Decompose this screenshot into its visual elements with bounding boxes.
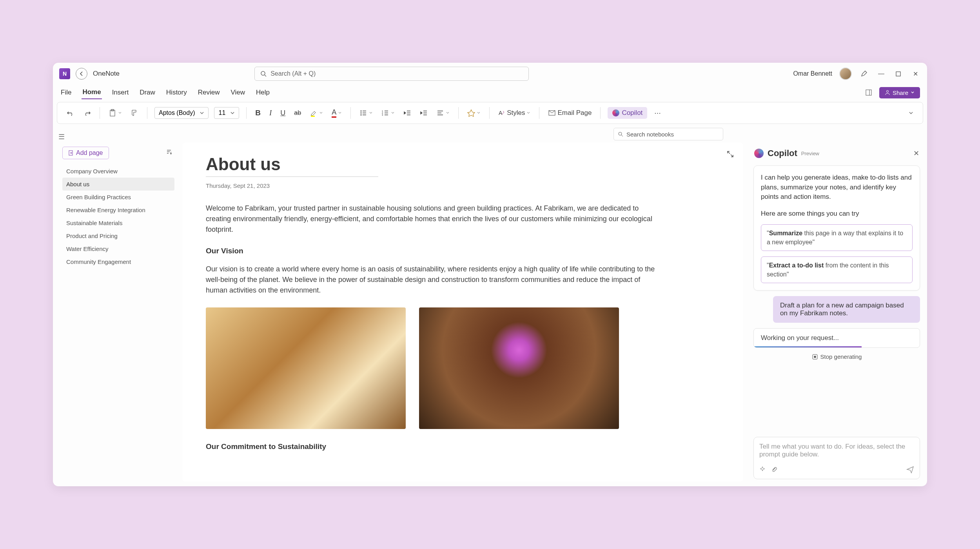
page-item[interactable]: Renewable Energy Integration: [62, 204, 174, 216]
copilot-logo-icon: [612, 109, 619, 116]
chevron-down-icon: [526, 111, 530, 115]
ribbon: Aptos (Body) 11 B I U ab A 123 A Styles: [57, 102, 923, 124]
strikethrough-button[interactable]: ab: [292, 108, 303, 118]
page-item[interactable]: Company Overview: [62, 165, 174, 178]
close-button[interactable]: ✕: [911, 69, 921, 79]
chevron-down-icon: [230, 111, 235, 115]
content-image[interactable]: [419, 307, 619, 429]
font-family-select[interactable]: Aptos (Body): [154, 107, 209, 119]
copilot-suggestion[interactable]: "Summarize this page in a way that expla…: [761, 224, 913, 251]
close-copilot-button[interactable]: ✕: [913, 149, 919, 158]
menu-view[interactable]: View: [230, 86, 246, 99]
font-color-button[interactable]: A: [330, 107, 343, 119]
progress-bar: [754, 346, 862, 347]
global-search-input[interactable]: Search (Alt + Q): [254, 67, 529, 81]
page-item[interactable]: About us: [62, 178, 174, 191]
numbered-list-button[interactable]: 123: [380, 107, 396, 118]
copilot-intro-text: I can help you generate ideas, make to-d…: [761, 173, 913, 202]
menu-history[interactable]: History: [165, 86, 188, 99]
content-image[interactable]: [206, 307, 406, 429]
menu-draw[interactable]: Draw: [139, 86, 156, 99]
undo-button[interactable]: [65, 107, 76, 118]
stop-generating-button[interactable]: Stop generating: [753, 353, 920, 360]
align-button[interactable]: [435, 107, 451, 118]
menu-file[interactable]: File: [60, 86, 72, 99]
title-divider: [206, 176, 378, 177]
page-title: About us: [206, 155, 720, 174]
note-canvas[interactable]: About us Thursday, Sept 21, 2023 Welcome…: [182, 143, 743, 482]
person-icon: [885, 90, 890, 95]
copilot-logo-icon: [754, 149, 764, 158]
onenote-logo-icon: N: [59, 68, 70, 79]
menu-home[interactable]: Home: [82, 86, 102, 99]
maximize-button[interactable]: [893, 69, 904, 79]
paste-button[interactable]: [107, 107, 123, 118]
attach-button[interactable]: [771, 466, 777, 473]
page-list: Company Overview About us Green Building…: [62, 165, 174, 268]
nav-toggle-button[interactable]: ☰: [58, 133, 65, 141]
send-button[interactable]: [906, 465, 914, 473]
search-notebooks-input[interactable]: Search notebooks: [613, 128, 723, 140]
svg-point-12: [361, 115, 362, 116]
font-size-select[interactable]: 11: [214, 107, 239, 119]
ribbon-expand-button[interactable]: [907, 109, 915, 117]
chevron-down-icon: [118, 111, 122, 115]
sort-pages-button[interactable]: [163, 147, 174, 158]
app-window: N OneNote Search (Alt + Q) Omar Bennett …: [53, 63, 927, 486]
menu-review[interactable]: Review: [197, 86, 221, 99]
highlight-button[interactable]: [308, 107, 325, 118]
copilot-input[interactable]: Tell me what you want to do. For ideas, …: [753, 437, 920, 479]
copilot-suggestion[interactable]: "Extract a to-do list from the content i…: [761, 256, 913, 283]
page-item[interactable]: Water Efficiency: [62, 242, 174, 255]
page-item[interactable]: Community Engagement: [62, 255, 174, 268]
back-button[interactable]: [76, 68, 87, 80]
page-sidebar: Add page Company Overview About us Green…: [53, 143, 182, 486]
svg-point-25: [619, 132, 622, 135]
fullscreen-button[interactable]: [727, 151, 734, 158]
plus-page-icon: [68, 150, 74, 156]
page-item[interactable]: Sustainable Materials: [62, 216, 174, 229]
copilot-user-message: Draft a plan for a new ad campaign based…: [773, 296, 920, 323]
user-name: Omar Bennett: [793, 70, 832, 77]
copilot-prompt-lead: Here are some things you can try: [761, 209, 913, 219]
menu-help[interactable]: Help: [255, 86, 270, 99]
indent-button[interactable]: [418, 107, 429, 118]
search-icon: [618, 131, 623, 137]
format-painter-button[interactable]: [129, 107, 140, 118]
open-pane-button[interactable]: [864, 87, 874, 98]
underline-button[interactable]: U: [279, 107, 287, 119]
chevron-down-icon: [446, 111, 450, 115]
image-row: [206, 307, 720, 429]
email-page-button[interactable]: Email Page: [546, 107, 593, 118]
section-heading: Our Vision: [206, 247, 720, 255]
share-button[interactable]: Share: [879, 87, 920, 98]
svg-rect-28: [814, 356, 816, 358]
redo-button[interactable]: [82, 107, 93, 118]
tags-button[interactable]: [466, 107, 482, 118]
svg-text:3: 3: [382, 114, 383, 116]
svg-point-4: [886, 91, 888, 93]
bold-button[interactable]: B: [254, 107, 262, 119]
user-avatar[interactable]: [839, 67, 852, 80]
page-item[interactable]: Product and Pricing: [62, 229, 174, 242]
add-page-button[interactable]: Add page: [62, 147, 109, 159]
copilot-ribbon-button[interactable]: Copilot: [608, 107, 647, 119]
copilot-pane: Copilot Preview ✕ I can help you generat…: [749, 143, 927, 486]
more-options-button[interactable]: ⋯: [653, 107, 662, 119]
chevron-down-icon: [391, 111, 395, 115]
copilot-working-status: Working on your request...: [753, 328, 920, 348]
page-item[interactable]: Green Building Practices: [62, 191, 174, 204]
italic-button[interactable]: I: [268, 107, 273, 119]
envelope-icon: [548, 109, 556, 117]
pen-tool-button[interactable]: [859, 69, 869, 79]
chevron-down-icon: [911, 91, 915, 95]
menu-insert[interactable]: Insert: [111, 86, 130, 99]
section-heading: Our Commitment to Sustainability: [206, 442, 720, 451]
search-placeholder: Search (Alt + Q): [270, 70, 316, 77]
outdent-button[interactable]: [402, 107, 413, 118]
bullet-list-button[interactable]: [358, 107, 374, 118]
styles-button[interactable]: A Styles: [497, 107, 532, 118]
minimize-button[interactable]: —: [876, 69, 886, 79]
styles-icon: A: [498, 109, 505, 116]
sparkle-prompt-button[interactable]: [759, 466, 766, 473]
